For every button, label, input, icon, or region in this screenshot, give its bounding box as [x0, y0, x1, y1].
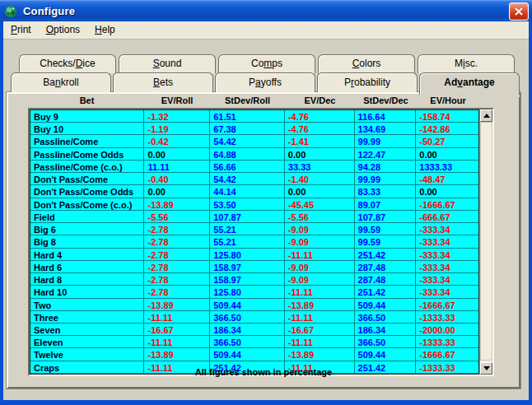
tab-payoffs[interactable]: Payoffs — [215, 72, 315, 92]
table-row[interactable]: Don't Pass/Come-0.4054.42-1.4099.99-48.4… — [30, 173, 478, 185]
vertical-scrollbar[interactable] — [479, 109, 492, 375]
bet-name-cell: Hard 4 — [30, 249, 144, 261]
value-cell: 55.21 — [210, 223, 285, 235]
table-row[interactable]: Passline/Come-0.4254.42-1.4199.99-50.27 — [30, 135, 478, 147]
value-cell: -4.76 — [285, 110, 355, 123]
tab-bankroll[interactable]: Bankroll — [11, 72, 111, 92]
value-cell: 0.00 — [285, 148, 355, 161]
value-cell: -333.34 — [416, 235, 478, 248]
value-cell: -9.09 — [285, 273, 355, 286]
bet-name-cell: Twelve — [30, 348, 144, 361]
tab-advantage[interactable]: Advantage — [419, 72, 520, 95]
table-row[interactable]: Passline/Come Odds0.0064.880.00122.470.0… — [30, 148, 478, 161]
table-row[interactable]: Hard 4-2.78125.80-11.11251.42-333.34 — [30, 249, 478, 261]
table-row[interactable]: Don't Pass/Come (c.o.)-13.8953.50-45.458… — [30, 198, 478, 211]
app-icon — [4, 4, 18, 18]
value-cell: 366.50 — [210, 336, 285, 348]
bet-name-cell: Hard 8 — [30, 273, 144, 286]
col-header-ev-roll: EV/Roll — [144, 94, 210, 108]
bet-name-cell: Passline/Come Odds — [30, 148, 144, 161]
close-icon — [515, 7, 523, 16]
value-cell: 83.33 — [355, 185, 417, 198]
menu-item-print[interactable]: Print — [3, 21, 39, 39]
value-cell: -1333.33 — [416, 311, 478, 324]
table-row[interactable]: Hard 8-2.78158.97-9.09287.48-333.34 — [30, 273, 478, 286]
close-button[interactable] — [509, 2, 529, 21]
menu-item-options[interactable]: Options — [39, 21, 87, 39]
value-cell: 366.50 — [355, 336, 417, 348]
table-row[interactable]: Twelve-13.89509.44-13.89509.44-1666.67 — [30, 348, 478, 361]
table-row[interactable]: Big 6-2.7855.21-9.0999.59-333.34 — [30, 223, 478, 235]
value-cell: 107.87 — [210, 211, 285, 223]
scrollbar-thumb[interactable] — [480, 122, 492, 361]
value-cell: 158.97 — [210, 273, 285, 286]
value-cell: -9.09 — [285, 223, 355, 235]
value-cell: 67.38 — [210, 123, 285, 135]
bet-name-cell: Hard 6 — [30, 261, 144, 273]
value-cell: 99.99 — [355, 173, 417, 185]
value-cell: -1.19 — [144, 123, 210, 135]
table-row[interactable]: Three-11.11366.50-11.11366.50-1333.33 — [30, 311, 478, 324]
table-row[interactable]: Hard 10-2.78125.80-11.11251.42-333.34 — [30, 286, 478, 298]
scroll-up-button[interactable] — [480, 109, 492, 122]
table-row[interactable]: Don't Pass/Come Odds0.0044.140.0083.330.… — [30, 185, 478, 198]
value-cell: -11.11 — [285, 286, 355, 298]
bet-name-cell: Field — [30, 211, 144, 223]
value-cell: -666.67 — [416, 211, 478, 223]
tab-colors[interactable]: Colors — [318, 54, 415, 73]
value-cell: -2.78 — [144, 249, 210, 261]
tab-sound[interactable]: Sound — [119, 54, 216, 73]
col-header-ev-dec: EV/Dec — [285, 94, 355, 108]
value-cell: 158.97 — [210, 261, 285, 273]
value-cell: 509.44 — [210, 299, 285, 311]
title-bar[interactable]: Configure — [0, 0, 532, 21]
table-row[interactable]: Buy 10-1.1967.38-4.76134.69-142.86 — [30, 123, 478, 135]
value-cell: 509.44 — [210, 348, 285, 361]
tab-misc[interactable]: Misc. — [418, 54, 515, 73]
tab-bets[interactable]: Bets — [113, 72, 213, 92]
table-row[interactable]: Hard 6-2.78158.97-9.09287.48-333.34 — [30, 261, 478, 273]
tab-probability[interactable]: Probability — [317, 72, 418, 92]
bet-name-cell: Don't Pass/Come — [30, 173, 144, 185]
table-row[interactable]: Seven-16.67186.34-16.67186.34-2000.00 — [30, 324, 478, 336]
value-cell: 186.34 — [355, 324, 417, 336]
value-cell: -11.11 — [144, 311, 210, 324]
value-cell: -13.89 — [144, 348, 210, 361]
value-cell: -333.34 — [416, 273, 478, 286]
tab-comps[interactable]: Comps — [218, 54, 315, 73]
value-cell: -16.67 — [285, 324, 355, 336]
value-cell: -142.86 — [416, 123, 478, 135]
value-cell: -1.40 — [285, 173, 355, 185]
value-cell: -13.89 — [144, 299, 210, 311]
table-row[interactable]: Buy 9-1.3261.51-4.76116.64-158.74 — [30, 110, 478, 123]
value-cell: 94.28 — [355, 161, 417, 173]
col-header-ev-hour: EV/Hour — [417, 94, 479, 108]
bet-name-cell: Big 6 — [30, 223, 144, 235]
bet-name-cell: Two — [30, 299, 144, 311]
menu-item-help[interactable]: Help — [87, 21, 123, 39]
value-cell: -9.09 — [285, 261, 355, 273]
value-cell: -5.56 — [144, 211, 210, 223]
value-cell: 11.11 — [144, 161, 210, 173]
value-cell: 251.42 — [355, 249, 417, 261]
bet-name-cell: Don't Pass/Come (c.o.) — [30, 198, 144, 211]
table-rows: Buy 9-1.3261.51-4.76116.64-158.74Buy 10-… — [30, 109, 479, 375]
value-cell: 0.00 — [285, 185, 355, 198]
value-cell: -9.09 — [285, 235, 355, 248]
value-cell: 134.69 — [355, 123, 417, 135]
bet-name-cell: Eleven — [30, 336, 144, 348]
value-cell: 54.42 — [210, 135, 285, 147]
scroll-up-icon — [483, 114, 490, 118]
table-row[interactable]: Big 8-2.7855.21-9.0999.59-333.34 — [30, 235, 478, 248]
value-cell: 0.00 — [416, 185, 478, 198]
table-row[interactable]: Passline/Come (c.o.)11.1156.6633.3394.28… — [30, 161, 478, 173]
bet-name-cell: Passline/Come — [30, 135, 144, 147]
value-cell: -11.11 — [285, 249, 355, 261]
table-row[interactable]: Two-13.89509.44-13.89509.44-1666.67 — [30, 299, 478, 311]
value-cell: -333.34 — [416, 249, 478, 261]
tab-row-front: BankrollBetsPayoffsProbabilityAdvantage — [11, 72, 521, 95]
table-row[interactable]: Field-5.56107.87-5.56107.87-666.67 — [30, 211, 478, 223]
table-row[interactable]: Eleven-11.11366.50-11.11366.50-1333.33 — [30, 336, 478, 348]
value-cell: -1333.33 — [416, 336, 478, 348]
tab-checks-dice[interactable]: Checks/Dice — [19, 54, 116, 73]
